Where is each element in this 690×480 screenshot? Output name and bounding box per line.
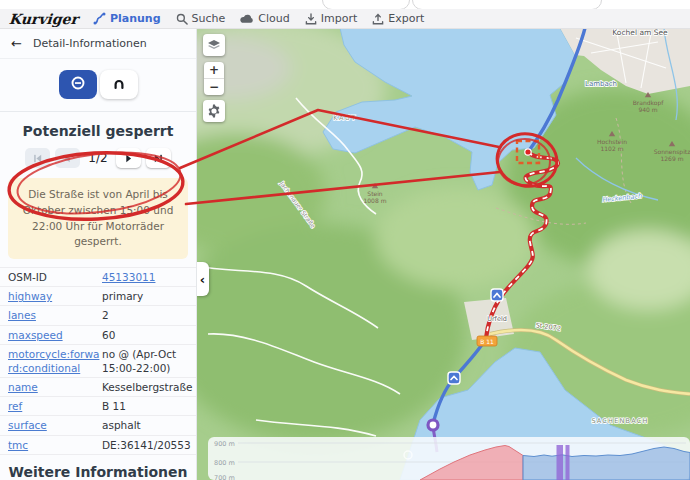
zoom-in-button[interactable]: + bbox=[204, 62, 224, 78]
table-row: motorcycle:forward:conditional no @ (Apr… bbox=[0, 345, 196, 378]
svg-text:Kochel am See: Kochel am See bbox=[612, 28, 668, 37]
table-row: tmc DE:36141/20553 bbox=[0, 436, 196, 455]
map-canvas[interactable]: Brandkopf940 m Hochstein1102 m Sonnenspi… bbox=[196, 28, 690, 480]
table-row: OSM-ID 45133011 bbox=[0, 268, 196, 287]
remnant-box bbox=[412, 0, 602, 9]
svg-text:Stein: Stein bbox=[367, 190, 383, 197]
attr-key-link[interactable]: name bbox=[8, 380, 102, 394]
layers-icon bbox=[207, 39, 221, 52]
nav-item-suche[interactable]: Suche bbox=[176, 12, 226, 25]
svg-text:Hochstein: Hochstein bbox=[597, 138, 627, 145]
b11-road-badge: B 11 bbox=[477, 336, 497, 346]
attr-key-link[interactable]: ref bbox=[8, 399, 102, 413]
attr-value: 60 bbox=[102, 328, 190, 342]
nav-label: Cloud bbox=[258, 12, 289, 25]
attr-value: B 11 bbox=[102, 399, 190, 413]
shaping-point-marker[interactable] bbox=[448, 372, 460, 384]
route-icon bbox=[93, 12, 106, 25]
table-row: maxspeed 60 bbox=[0, 326, 196, 345]
nav-item-planung[interactable]: Planung bbox=[93, 12, 161, 25]
svg-text:800 m: 800 m bbox=[214, 459, 235, 467]
export-icon bbox=[372, 13, 384, 25]
attr-key-link[interactable]: tmc bbox=[8, 438, 102, 452]
svg-text:KAUT: KAUT bbox=[333, 114, 356, 122]
osm-id-link[interactable]: 45133011 bbox=[102, 270, 190, 284]
segment-type-toggles bbox=[0, 59, 196, 111]
search-icon bbox=[176, 13, 188, 25]
first-page-button[interactable] bbox=[25, 148, 50, 168]
osm-attribute-table: OSM-ID 45133011 highway primary lanes 2 … bbox=[0, 267, 196, 455]
tunnel-icon bbox=[111, 75, 127, 95]
svg-text:Urfeld: Urfeld bbox=[487, 315, 507, 323]
table-row: lanes 2 bbox=[0, 306, 196, 325]
table-row: highway primary bbox=[0, 287, 196, 306]
nav-label: Suche bbox=[192, 12, 226, 25]
no-entry-icon bbox=[70, 75, 86, 95]
svg-text:1102 m: 1102 m bbox=[600, 145, 623, 152]
back-arrow-icon[interactable]: ← bbox=[11, 37, 22, 50]
cloud-icon bbox=[240, 13, 254, 24]
layers-button[interactable] bbox=[203, 34, 225, 56]
page-indicator: 1/2 bbox=[88, 151, 107, 165]
blocked-roads-toggle[interactable] bbox=[59, 70, 97, 99]
svg-text:1008 m: 1008 m bbox=[363, 197, 386, 204]
top-navbar: Kurviger Planung Suche Cloud Import Expo… bbox=[0, 9, 690, 29]
attr-key-link[interactable]: lanes bbox=[8, 308, 102, 322]
attr-key-link[interactable]: highway bbox=[8, 289, 102, 303]
more-info-title: Weitere Informationen bbox=[0, 464, 196, 480]
chevron-right-icon bbox=[123, 153, 134, 164]
last-page-button[interactable] bbox=[146, 148, 171, 168]
profile-highlight-band bbox=[566, 445, 570, 480]
svg-text:900 m: 900 m bbox=[214, 440, 235, 448]
route-end-marker[interactable] bbox=[428, 420, 438, 430]
blocked-road-warning-note: Die Straße ist von April bis Oktober zwi… bbox=[8, 178, 188, 259]
elevation-profile[interactable]: 900 m 800 m 700 m bbox=[208, 437, 690, 480]
skip-last-icon bbox=[153, 153, 164, 164]
svg-text:Lambach: Lambach bbox=[585, 80, 617, 88]
svg-text:700 m: 700 m bbox=[214, 474, 235, 480]
browser-remnant-strip bbox=[0, 0, 690, 9]
section-title: Potenziell gesperrt bbox=[0, 123, 196, 139]
kurviger-logo[interactable]: Kurviger bbox=[8, 11, 78, 27]
sidebar-title: Detail-Informationen bbox=[33, 37, 147, 50]
attr-key-link[interactable]: maxspeed bbox=[8, 328, 102, 342]
gear-icon bbox=[207, 104, 221, 118]
map-settings-button[interactable] bbox=[203, 100, 225, 122]
attr-key: OSM-ID bbox=[8, 270, 102, 284]
table-row: ref B 11 bbox=[0, 397, 196, 416]
nav-item-import[interactable]: Import bbox=[305, 12, 358, 25]
svg-text:SACHENBACH: SACHENBACH bbox=[591, 417, 648, 425]
svg-text:B 11: B 11 bbox=[480, 338, 494, 345]
tunnels-toggle[interactable] bbox=[100, 70, 138, 99]
svg-text:1269 m: 1269 m bbox=[660, 155, 683, 162]
table-row: name Kesselbergstraße bbox=[0, 378, 196, 397]
attr-value: Kesselbergstraße bbox=[102, 380, 192, 394]
nav-item-export[interactable]: Export bbox=[372, 12, 424, 25]
nav-item-cloud[interactable]: Cloud bbox=[240, 12, 289, 25]
waypoint-pin[interactable] bbox=[491, 289, 503, 301]
attr-value: DE:36141/20553 bbox=[102, 438, 191, 452]
attr-value: asphalt bbox=[102, 418, 190, 432]
sidebar-collapse-handle[interactable]: ‹ bbox=[196, 262, 209, 296]
detail-sidebar: ← Detail-Informationen Potenziell gesper… bbox=[0, 28, 197, 480]
nav-label: Planung bbox=[110, 12, 161, 25]
attr-value: no @ (Apr-Oct 15:00-22:00) bbox=[102, 347, 190, 375]
attr-value: 2 bbox=[102, 308, 190, 322]
previous-page-button[interactable] bbox=[55, 148, 80, 168]
attr-value: primary bbox=[102, 289, 190, 303]
nav-label: Import bbox=[321, 12, 358, 25]
import-icon bbox=[305, 13, 317, 25]
svg-text:940 m: 940 m bbox=[638, 106, 657, 113]
attr-key-link[interactable]: surface bbox=[8, 418, 102, 432]
profile-highlight-band bbox=[557, 445, 564, 480]
remnant-box bbox=[322, 0, 410, 9]
skip-first-icon bbox=[32, 153, 43, 164]
chevron-left-icon bbox=[62, 153, 73, 164]
table-row: surface asphalt bbox=[0, 416, 196, 435]
attr-key-link[interactable]: motorcycle:forward:conditional bbox=[8, 347, 102, 375]
nav-label: Export bbox=[388, 12, 424, 25]
divider bbox=[0, 111, 196, 112]
next-page-button[interactable] bbox=[116, 148, 141, 168]
map-render: Brandkopf940 m Hochstein1102 m Sonnenspi… bbox=[196, 28, 690, 480]
zoom-out-button[interactable]: − bbox=[204, 78, 224, 95]
